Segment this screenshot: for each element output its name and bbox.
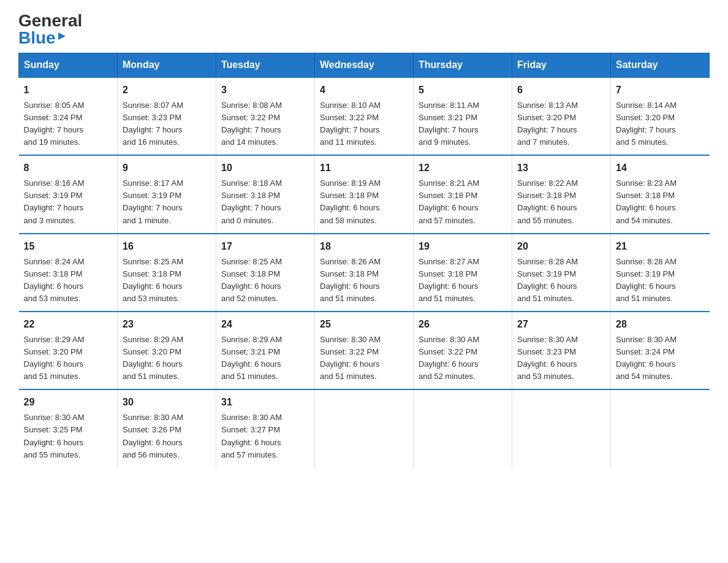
calendar-cell: 11Sunrise: 8:19 AM Sunset: 3:18 PM Dayli… <box>315 155 414 233</box>
calendar-week-row: 22Sunrise: 8:29 AM Sunset: 3:20 PM Dayli… <box>19 312 710 389</box>
day-number: 15 <box>24 239 113 255</box>
weekday-header-wednesday: Wednesday <box>315 53 414 78</box>
day-info: Sunrise: 8:14 AM Sunset: 3:20 PM Dayligh… <box>616 99 705 149</box>
day-number: 18 <box>320 239 408 255</box>
day-number: 7 <box>616 83 705 98</box>
calendar-cell: 22Sunrise: 8:29 AM Sunset: 3:20 PM Dayli… <box>19 312 118 389</box>
calendar-cell: 27Sunrise: 8:30 AM Sunset: 3:23 PM Dayli… <box>512 312 611 389</box>
calendar-cell: 6Sunrise: 8:13 AM Sunset: 3:20 PM Daylig… <box>512 77 611 155</box>
calendar-cell: 26Sunrise: 8:30 AM Sunset: 3:22 PM Dayli… <box>414 312 512 389</box>
calendar-cell: 25Sunrise: 8:30 AM Sunset: 3:22 PM Dayli… <box>315 312 414 389</box>
day-number: 3 <box>221 83 309 98</box>
logo: General Blue <box>18 12 82 47</box>
calendar-table: SundayMondayTuesdayWednesdayThursdayFrid… <box>18 53 710 467</box>
calendar-week-row: 1Sunrise: 8:05 AM Sunset: 3:24 PM Daylig… <box>19 77 710 155</box>
day-info: Sunrise: 8:10 AM Sunset: 3:22 PM Dayligh… <box>320 99 408 149</box>
day-number: 11 <box>320 161 408 176</box>
day-number: 13 <box>517 161 605 176</box>
calendar-cell: 21Sunrise: 8:28 AM Sunset: 3:19 PM Dayli… <box>611 234 710 312</box>
day-number: 10 <box>221 161 309 176</box>
day-number: 19 <box>419 239 507 255</box>
calendar-cell: 9Sunrise: 8:17 AM Sunset: 3:19 PM Daylig… <box>118 155 216 233</box>
calendar-body: 1Sunrise: 8:05 AM Sunset: 3:24 PM Daylig… <box>19 77 710 467</box>
day-info: Sunrise: 8:08 AM Sunset: 3:22 PM Dayligh… <box>221 99 309 149</box>
day-number: 12 <box>419 161 507 176</box>
day-info: Sunrise: 8:25 AM Sunset: 3:18 PM Dayligh… <box>123 256 211 305</box>
day-info: Sunrise: 8:28 AM Sunset: 3:19 PM Dayligh… <box>517 256 605 305</box>
day-number: 4 <box>320 83 408 98</box>
day-info: Sunrise: 8:29 AM Sunset: 3:20 PM Dayligh… <box>123 334 211 383</box>
calendar-cell: 1Sunrise: 8:05 AM Sunset: 3:24 PM Daylig… <box>19 77 118 155</box>
calendar-header: SundayMondayTuesdayWednesdayThursdayFrid… <box>19 53 710 78</box>
day-info: Sunrise: 8:30 AM Sunset: 3:24 PM Dayligh… <box>616 334 705 383</box>
day-number: 1 <box>24 83 113 98</box>
calendar-cell: 2Sunrise: 8:07 AM Sunset: 3:23 PM Daylig… <box>118 77 216 155</box>
calendar-cell: 18Sunrise: 8:26 AM Sunset: 3:18 PM Dayli… <box>315 234 414 312</box>
calendar-cell: 13Sunrise: 8:22 AM Sunset: 3:18 PM Dayli… <box>512 155 611 233</box>
weekday-header-sunday: Sunday <box>19 53 118 78</box>
calendar-cell: 29Sunrise: 8:30 AM Sunset: 3:25 PM Dayli… <box>19 389 118 467</box>
day-number: 24 <box>221 317 309 332</box>
day-number: 16 <box>123 239 211 255</box>
day-info: Sunrise: 8:23 AM Sunset: 3:18 PM Dayligh… <box>616 177 705 227</box>
calendar-cell: 8Sunrise: 8:16 AM Sunset: 3:19 PM Daylig… <box>19 155 118 233</box>
calendar-cell: 10Sunrise: 8:18 AM Sunset: 3:18 PM Dayli… <box>216 155 315 233</box>
day-number: 29 <box>24 395 113 410</box>
calendar-cell: 31Sunrise: 8:30 AM Sunset: 3:27 PM Dayli… <box>216 389 315 467</box>
calendar-cell: 17Sunrise: 8:25 AM Sunset: 3:18 PM Dayli… <box>216 234 315 312</box>
day-info: Sunrise: 8:22 AM Sunset: 3:18 PM Dayligh… <box>517 177 605 227</box>
day-number: 14 <box>616 161 705 176</box>
logo-blue-text: Blue <box>18 29 56 47</box>
calendar-cell <box>611 389 710 467</box>
day-info: Sunrise: 8:29 AM Sunset: 3:21 PM Dayligh… <box>221 334 309 383</box>
day-number: 20 <box>517 239 605 255</box>
page-header: General Blue <box>18 12 710 47</box>
calendar-cell: 16Sunrise: 8:25 AM Sunset: 3:18 PM Dayli… <box>118 234 216 312</box>
calendar-cell: 20Sunrise: 8:28 AM Sunset: 3:19 PM Dayli… <box>512 234 611 312</box>
day-number: 21 <box>616 239 705 255</box>
day-info: Sunrise: 8:16 AM Sunset: 3:19 PM Dayligh… <box>24 177 113 227</box>
calendar-cell: 30Sunrise: 8:30 AM Sunset: 3:26 PM Dayli… <box>118 389 216 467</box>
day-number: 30 <box>123 395 211 410</box>
day-number: 5 <box>419 83 507 98</box>
day-info: Sunrise: 8:11 AM Sunset: 3:21 PM Dayligh… <box>419 99 507 149</box>
calendar-cell: 12Sunrise: 8:21 AM Sunset: 3:18 PM Dayli… <box>414 155 512 233</box>
day-info: Sunrise: 8:17 AM Sunset: 3:19 PM Dayligh… <box>123 177 211 227</box>
day-info: Sunrise: 8:30 AM Sunset: 3:22 PM Dayligh… <box>320 334 408 383</box>
day-number: 9 <box>123 161 211 176</box>
svg-marker-0 <box>58 33 66 40</box>
day-info: Sunrise: 8:27 AM Sunset: 3:18 PM Dayligh… <box>419 256 507 305</box>
calendar-week-row: 15Sunrise: 8:24 AM Sunset: 3:18 PM Dayli… <box>19 234 710 312</box>
weekday-header-friday: Friday <box>512 53 611 78</box>
day-number: 27 <box>517 317 605 332</box>
day-info: Sunrise: 8:26 AM Sunset: 3:18 PM Dayligh… <box>320 256 408 305</box>
day-info: Sunrise: 8:30 AM Sunset: 3:22 PM Dayligh… <box>419 334 507 383</box>
weekday-header-tuesday: Tuesday <box>216 53 315 78</box>
calendar-cell: 4Sunrise: 8:10 AM Sunset: 3:22 PM Daylig… <box>315 77 414 155</box>
logo-arrow-icon <box>57 31 67 41</box>
day-info: Sunrise: 8:30 AM Sunset: 3:26 PM Dayligh… <box>123 412 211 461</box>
day-info: Sunrise: 8:25 AM Sunset: 3:18 PM Dayligh… <box>221 256 309 305</box>
day-info: Sunrise: 8:07 AM Sunset: 3:23 PM Dayligh… <box>123 99 211 149</box>
day-info: Sunrise: 8:05 AM Sunset: 3:24 PM Dayligh… <box>24 99 113 149</box>
day-info: Sunrise: 8:21 AM Sunset: 3:18 PM Dayligh… <box>419 177 507 227</box>
day-info: Sunrise: 8:13 AM Sunset: 3:20 PM Dayligh… <box>517 99 605 149</box>
day-number: 17 <box>221 239 309 255</box>
day-number: 22 <box>24 317 113 332</box>
calendar-cell: 7Sunrise: 8:14 AM Sunset: 3:20 PM Daylig… <box>611 77 710 155</box>
day-number: 28 <box>616 317 705 332</box>
calendar-cell: 24Sunrise: 8:29 AM Sunset: 3:21 PM Dayli… <box>216 312 315 389</box>
calendar-cell: 14Sunrise: 8:23 AM Sunset: 3:18 PM Dayli… <box>611 155 710 233</box>
calendar-week-row: 8Sunrise: 8:16 AM Sunset: 3:19 PM Daylig… <box>19 155 710 233</box>
calendar-cell: 15Sunrise: 8:24 AM Sunset: 3:18 PM Dayli… <box>19 234 118 312</box>
day-info: Sunrise: 8:18 AM Sunset: 3:18 PM Dayligh… <box>221 177 309 227</box>
day-number: 8 <box>24 161 113 176</box>
day-number: 26 <box>419 317 507 332</box>
day-info: Sunrise: 8:30 AM Sunset: 3:25 PM Dayligh… <box>24 412 113 461</box>
day-number: 31 <box>221 395 309 410</box>
calendar-cell <box>414 389 512 467</box>
calendar-cell: 28Sunrise: 8:30 AM Sunset: 3:24 PM Dayli… <box>611 312 710 389</box>
day-number: 25 <box>320 317 408 332</box>
day-info: Sunrise: 8:30 AM Sunset: 3:27 PM Dayligh… <box>221 412 309 461</box>
calendar-cell <box>512 389 611 467</box>
